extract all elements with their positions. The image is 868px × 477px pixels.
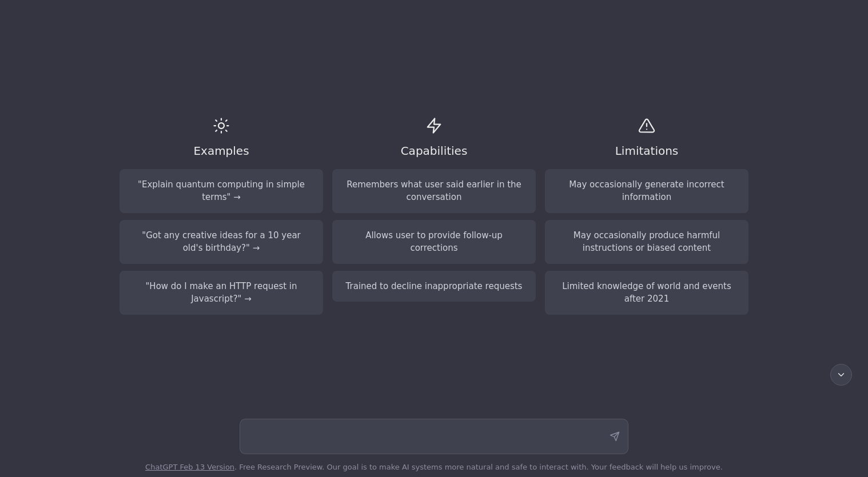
examples-header: Examples — [193, 117, 249, 158]
limitation-card-2: May occasionally produce harmful instruc… — [545, 220, 748, 264]
main-content: Examples "Explain quantum computing in s… — [0, 0, 868, 477]
svg-line-4 — [226, 130, 227, 131]
lightning-icon — [425, 117, 443, 137]
capabilities-column: Capabilities Remembers what user said ea… — [332, 117, 536, 315]
limitation-card-1: May occasionally generate incorrect info… — [545, 169, 748, 213]
example-card-1[interactable]: "Explain quantum computing in simple ter… — [120, 169, 323, 213]
warning-icon — [638, 117, 655, 137]
footer: ChatGPT Feb 13 Version. Free Research Pr… — [0, 458, 868, 477]
svg-point-0 — [218, 123, 224, 129]
chat-input[interactable] — [250, 427, 599, 443]
capability-card-2: Allows user to provide follow-up correct… — [332, 220, 536, 264]
input-area — [240, 419, 628, 454]
example-card-2[interactable]: "Got any creative ideas for a 10 year ol… — [120, 220, 323, 264]
footer-description: . Free Research Preview. Our goal is to … — [234, 463, 723, 471]
example-card-3[interactable]: "How do I make an HTTP request in Javasc… — [120, 271, 323, 315]
limitation-card-3: Limited knowledge of world and events af… — [545, 271, 748, 315]
send-button[interactable] — [610, 431, 620, 442]
columns-container: Examples "Explain quantum computing in s… — [120, 117, 748, 315]
sun-icon — [213, 117, 230, 137]
scroll-down-button[interactable] — [830, 364, 852, 386]
footer-version-link[interactable]: ChatGPT Feb 13 Version — [145, 463, 234, 471]
examples-title: Examples — [193, 144, 249, 158]
limitations-header: Limitations — [615, 117, 679, 158]
capabilities-header: Capabilities — [401, 117, 468, 158]
limitations-title: Limitations — [615, 144, 679, 158]
capability-card-3: Trained to decline inappropriate request… — [332, 271, 536, 302]
capabilities-title: Capabilities — [401, 144, 468, 158]
capability-card-1: Remembers what user said earlier in the … — [332, 169, 536, 213]
examples-column: Examples "Explain quantum computing in s… — [120, 117, 323, 315]
input-wrapper — [240, 419, 628, 454]
svg-line-8 — [226, 120, 227, 121]
limitations-column: Limitations May occasionally generate in… — [545, 117, 748, 315]
svg-line-3 — [216, 120, 217, 121]
svg-line-7 — [216, 130, 217, 131]
